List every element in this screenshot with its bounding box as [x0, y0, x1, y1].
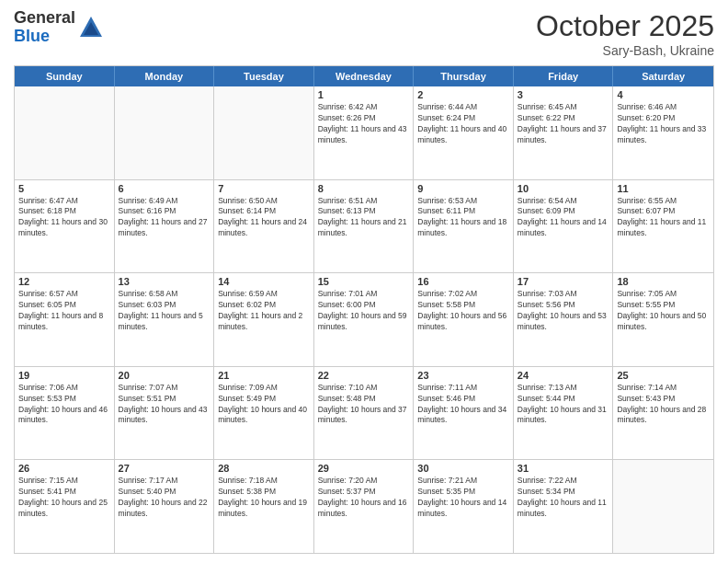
day-info: Sunrise: 6:42 AM Sunset: 6:26 PM Dayligh… [318, 102, 410, 146]
calendar-cell: 4Sunrise: 6:46 AM Sunset: 6:20 PM Daylig… [613, 86, 713, 179]
day-info: Sunrise: 6:59 AM Sunset: 6:02 PM Dayligh… [218, 289, 310, 333]
day-number: 16 [417, 276, 509, 287]
calendar-cell: 3Sunrise: 6:45 AM Sunset: 6:22 PM Daylig… [514, 86, 614, 179]
day-info: Sunrise: 7:15 AM Sunset: 5:41 PM Dayligh… [18, 476, 110, 520]
calendar-cell: 29Sunrise: 7:20 AM Sunset: 5:37 PM Dayli… [314, 460, 415, 553]
calendar-cell: 20Sunrise: 7:07 AM Sunset: 5:51 PM Dayli… [115, 367, 215, 460]
day-number: 31 [518, 463, 609, 474]
calendar-cell: 9Sunrise: 6:53 AM Sunset: 6:11 PM Daylig… [414, 180, 514, 273]
day-number: 4 [617, 89, 710, 100]
day-info: Sunrise: 6:57 AM Sunset: 6:05 PM Dayligh… [18, 289, 110, 333]
calendar-cell [214, 86, 314, 179]
calendar: SundayMondayTuesdayWednesdayThursdayFrid… [14, 65, 714, 554]
header-day-tuesday: Tuesday [214, 66, 314, 86]
calendar-cell: 12Sunrise: 6:57 AM Sunset: 6:05 PM Dayli… [15, 273, 115, 366]
calendar-cell: 17Sunrise: 7:03 AM Sunset: 5:56 PM Dayli… [514, 273, 614, 366]
calendar-cell: 8Sunrise: 6:51 AM Sunset: 6:13 PM Daylig… [314, 180, 415, 273]
day-number: 20 [119, 370, 210, 381]
calendar-cell: 15Sunrise: 7:01 AM Sunset: 6:00 PM Dayli… [314, 273, 415, 366]
day-info: Sunrise: 6:58 AM Sunset: 6:03 PM Dayligh… [119, 289, 210, 333]
day-info: Sunrise: 7:06 AM Sunset: 5:53 PM Dayligh… [18, 383, 110, 427]
day-info: Sunrise: 7:02 AM Sunset: 5:58 PM Dayligh… [417, 289, 509, 333]
day-info: Sunrise: 7:22 AM Sunset: 5:34 PM Dayligh… [518, 476, 609, 520]
header-day-thursday: Thursday [414, 66, 514, 86]
calendar-cell: 23Sunrise: 7:11 AM Sunset: 5:46 PM Dayli… [414, 367, 514, 460]
day-number: 6 [119, 183, 210, 194]
day-info: Sunrise: 6:54 AM Sunset: 6:09 PM Dayligh… [518, 196, 609, 240]
day-info: Sunrise: 6:49 AM Sunset: 6:16 PM Dayligh… [119, 196, 210, 240]
calendar-cell: 14Sunrise: 6:59 AM Sunset: 6:02 PM Dayli… [214, 273, 314, 366]
day-info: Sunrise: 6:47 AM Sunset: 6:18 PM Dayligh… [18, 196, 110, 240]
location-subtitle: Sary-Bash, Ukraine [536, 43, 714, 58]
calendar-cell: 2Sunrise: 6:44 AM Sunset: 6:24 PM Daylig… [414, 86, 514, 179]
header-day-sunday: Sunday [15, 66, 115, 86]
day-info: Sunrise: 7:05 AM Sunset: 5:55 PM Dayligh… [617, 289, 710, 333]
title-section: October 2025 Sary-Bash, Ukraine [536, 9, 714, 58]
day-info: Sunrise: 7:07 AM Sunset: 5:51 PM Dayligh… [119, 383, 210, 427]
calendar-cell: 26Sunrise: 7:15 AM Sunset: 5:41 PM Dayli… [15, 460, 115, 553]
day-number: 3 [518, 89, 609, 100]
calendar-week-4: 19Sunrise: 7:06 AM Sunset: 5:53 PM Dayli… [15, 367, 713, 461]
calendar-cell [613, 460, 713, 553]
calendar-week-5: 26Sunrise: 7:15 AM Sunset: 5:41 PM Dayli… [15, 460, 713, 553]
day-info: Sunrise: 6:55 AM Sunset: 6:07 PM Dayligh… [617, 196, 710, 240]
day-number: 11 [617, 183, 710, 194]
header-day-wednesday: Wednesday [314, 66, 415, 86]
calendar-cell [115, 86, 215, 179]
day-number: 1 [318, 89, 410, 100]
calendar-week-2: 5Sunrise: 6:47 AM Sunset: 6:18 PM Daylig… [15, 180, 713, 274]
calendar-cell: 19Sunrise: 7:06 AM Sunset: 5:53 PM Dayli… [15, 367, 115, 460]
page: General Blue October 2025 Sary-Bash, Ukr… [0, 0, 728, 563]
day-info: Sunrise: 7:01 AM Sunset: 6:00 PM Dayligh… [318, 289, 410, 333]
day-number: 22 [318, 370, 410, 381]
day-info: Sunrise: 7:10 AM Sunset: 5:48 PM Dayligh… [318, 383, 410, 427]
day-number: 29 [318, 463, 410, 474]
day-number: 2 [417, 89, 509, 100]
day-number: 7 [218, 183, 310, 194]
calendar-cell: 31Sunrise: 7:22 AM Sunset: 5:34 PM Dayli… [514, 460, 614, 553]
header-day-friday: Friday [514, 66, 614, 86]
logo-blue-text: Blue [14, 27, 50, 45]
day-number: 9 [417, 183, 509, 194]
day-number: 17 [518, 276, 609, 287]
day-number: 21 [218, 370, 310, 381]
day-number: 28 [218, 463, 310, 474]
day-number: 23 [417, 370, 509, 381]
day-number: 8 [318, 183, 410, 194]
day-number: 13 [119, 276, 210, 287]
day-info: Sunrise: 7:11 AM Sunset: 5:46 PM Dayligh… [417, 383, 509, 427]
day-number: 27 [119, 463, 210, 474]
day-info: Sunrise: 7:20 AM Sunset: 5:37 PM Dayligh… [318, 476, 410, 520]
day-number: 25 [617, 370, 710, 381]
day-info: Sunrise: 7:17 AM Sunset: 5:40 PM Dayligh… [119, 476, 210, 520]
day-info: Sunrise: 7:14 AM Sunset: 5:43 PM Dayligh… [617, 383, 710, 427]
day-info: Sunrise: 6:45 AM Sunset: 6:22 PM Dayligh… [518, 102, 609, 146]
calendar-body: 1Sunrise: 6:42 AM Sunset: 6:26 PM Daylig… [15, 86, 713, 553]
calendar-cell: 27Sunrise: 7:17 AM Sunset: 5:40 PM Dayli… [115, 460, 215, 553]
calendar-cell: 7Sunrise: 6:50 AM Sunset: 6:14 PM Daylig… [214, 180, 314, 273]
logo: General Blue [14, 9, 104, 46]
calendar-week-3: 12Sunrise: 6:57 AM Sunset: 6:05 PM Dayli… [15, 273, 713, 367]
day-info: Sunrise: 6:53 AM Sunset: 6:11 PM Dayligh… [417, 196, 509, 240]
calendar-cell: 10Sunrise: 6:54 AM Sunset: 6:09 PM Dayli… [514, 180, 614, 273]
day-info: Sunrise: 6:51 AM Sunset: 6:13 PM Dayligh… [318, 196, 410, 240]
calendar-cell: 13Sunrise: 6:58 AM Sunset: 6:03 PM Dayli… [115, 273, 215, 366]
calendar-cell: 18Sunrise: 7:05 AM Sunset: 5:55 PM Dayli… [613, 273, 713, 366]
calendar-cell: 5Sunrise: 6:47 AM Sunset: 6:18 PM Daylig… [15, 180, 115, 273]
day-info: Sunrise: 6:46 AM Sunset: 6:20 PM Dayligh… [617, 102, 710, 146]
calendar-week-1: 1Sunrise: 6:42 AM Sunset: 6:26 PM Daylig… [15, 86, 713, 180]
day-info: Sunrise: 6:50 AM Sunset: 6:14 PM Dayligh… [218, 196, 310, 240]
calendar-cell: 1Sunrise: 6:42 AM Sunset: 6:26 PM Daylig… [314, 86, 415, 179]
day-number: 5 [18, 183, 110, 194]
day-number: 18 [617, 276, 710, 287]
day-info: Sunrise: 7:13 AM Sunset: 5:44 PM Dayligh… [518, 383, 609, 427]
day-number: 30 [417, 463, 509, 474]
day-number: 14 [218, 276, 310, 287]
day-number: 19 [18, 370, 110, 381]
calendar-cell: 25Sunrise: 7:14 AM Sunset: 5:43 PM Dayli… [613, 367, 713, 460]
calendar-cell: 21Sunrise: 7:09 AM Sunset: 5:49 PM Dayli… [214, 367, 314, 460]
day-info: Sunrise: 7:21 AM Sunset: 5:35 PM Dayligh… [417, 476, 509, 520]
logo-icon [78, 15, 104, 40]
calendar-cell: 24Sunrise: 7:13 AM Sunset: 5:44 PM Dayli… [514, 367, 614, 460]
day-number: 26 [18, 463, 110, 474]
